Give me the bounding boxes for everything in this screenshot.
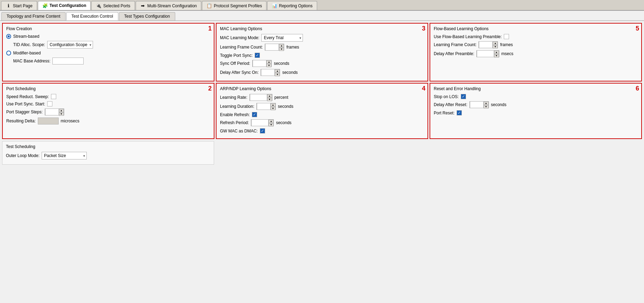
speed-reduct-label: Speed Reduct. Sweep: [6, 94, 49, 99]
sub-tab-test-types[interactable]: Test Types Configuration [119, 12, 175, 20]
sync-off-period-down[interactable]: ▼ [266, 64, 271, 67]
mac-learning-frame-count-up[interactable]: ▲ [279, 44, 284, 47]
delay-after-sync-down[interactable]: ▼ [275, 73, 280, 76]
learning-rate-input[interactable]: 1.00 [250, 94, 267, 101]
port-stagger-up[interactable]: ▲ [59, 109, 64, 112]
delay-after-reset-up[interactable]: ▲ [484, 102, 489, 105]
test-scheduling-title: Test Scheduling [6, 144, 210, 149]
tab-protocol-segment[interactable]: 📋 Protocol Segment Profiles [202, 1, 266, 10]
sync-off-period-up[interactable]: ▲ [266, 60, 271, 64]
mac-learning-frame-count-down[interactable]: ▼ [279, 47, 284, 51]
delay-after-sync-unit: seconds [282, 70, 298, 75]
gw-mac-checkbox[interactable]: ✓ [260, 128, 265, 133]
tid-alloc-value: Configuration Scope [48, 42, 89, 47]
delay-after-reset-down[interactable]: ▼ [484, 105, 489, 109]
tab-reporting-options[interactable]: 📊 Reporting Options [267, 1, 317, 10]
tab-selected-ports[interactable]: 🔌 Selected Ports [91, 1, 135, 10]
delay-after-preamble-input[interactable]: 500 [477, 50, 494, 57]
refresh-period-btns: ▲ ▼ [269, 120, 273, 126]
refresh-period-input[interactable]: 4.00 [251, 119, 269, 126]
modifier-based-radio[interactable] [6, 51, 11, 55]
mac-learning-frame-count-spinner[interactable]: 1 ▲ ▼ [265, 44, 284, 51]
delay-after-preamble-row: Delay After Preamble: 500 ▲ ▼ msecs [434, 50, 638, 57]
flow-learning-frame-count-spinner[interactable]: 1 ▲ ▼ [478, 41, 498, 48]
panel-4-number: 4 [422, 85, 425, 92]
refresh-period-row: Refresh Period: 4.00 ▲ ▼ seconds [220, 119, 424, 126]
refresh-period-down[interactable]: ▼ [269, 123, 273, 127]
tab-selected-ports-label: Selected Ports [103, 3, 130, 8]
panel-1-number: 1 [208, 25, 212, 32]
learning-duration-up[interactable]: ▲ [271, 103, 276, 107]
mac-base-label: MAC Base Address: [13, 59, 50, 63]
learning-duration-down[interactable]: ▼ [271, 107, 276, 110]
use-port-sync-checkbox[interactable] [47, 101, 52, 106]
flow-learning-frame-count-up[interactable]: ▲ [493, 42, 498, 45]
delay-after-preamble-label: Delay After Preamble: [434, 51, 474, 56]
outer-loop-value: Packet Size [43, 153, 83, 158]
port-stagger-row: Port Stagger Steps: 0 ▲ ▼ [6, 109, 210, 115]
tab-test-configuration[interactable]: 🧩 Test Configuration [38, 1, 91, 10]
tab-protocol-segment-label: Protocol Segment Profiles [214, 3, 262, 8]
sync-off-period-input[interactable]: 1 [253, 60, 266, 67]
mac-learning-mode-value: Every Trial [262, 35, 299, 40]
tab-reporting-options-label: Reporting Options [279, 3, 313, 8]
delay-after-reset-input[interactable]: 5 [470, 101, 484, 108]
outer-loop-select[interactable]: Packet Size ▾ [42, 152, 87, 159]
toggle-port-sync-checkbox[interactable]: ✓ [255, 53, 260, 58]
gw-mac-row: GW MAC as DMAC: ✓ [220, 128, 424, 133]
learning-rate-spinner[interactable]: 1.00 ▲ ▼ [249, 94, 272, 101]
port-stagger-label: Port Stagger Steps: [6, 110, 43, 114]
panel-3-number: 3 [422, 25, 425, 32]
delay-after-preamble-up[interactable]: ▲ [494, 51, 499, 54]
learning-rate-up[interactable]: ▲ [267, 94, 272, 98]
enable-refresh-checkbox[interactable]: ✓ [252, 112, 257, 117]
delay-after-sync-up[interactable]: ▲ [275, 69, 280, 73]
refresh-period-up[interactable]: ▲ [269, 120, 273, 123]
speed-reduct-checkbox[interactable] [51, 94, 56, 99]
mac-learning-frame-count-input[interactable]: 1 [265, 44, 279, 51]
flow-learning-frame-count-btns: ▲ ▼ [493, 42, 498, 48]
tab-multi-stream[interactable]: ➡ Multi-Stream Configuration [136, 1, 202, 10]
stop-on-los-checkbox[interactable]: ✓ [461, 94, 466, 99]
learning-rate-down[interactable]: ▼ [267, 98, 272, 101]
port-stagger-spinner[interactable]: 0 ▲ ▼ [45, 109, 64, 115]
flow-learning-frame-count-down[interactable]: ▼ [493, 45, 498, 49]
flow-learning-frame-count-input[interactable]: 1 [479, 41, 493, 48]
port-reset-checkbox[interactable]: ✓ [457, 110, 462, 115]
tab-start-page[interactable]: ℹ Start Page [1, 1, 37, 10]
mac-learning-mode-row: MAC Learning Mode: Every Trial ▾ [220, 34, 424, 42]
delay-after-sync-spinner[interactable]: 1 ▲ ▼ [261, 69, 280, 76]
sync-off-period-label: Sync Off Period: [220, 61, 250, 66]
sync-off-period-row: Sync Off Period: 1 ▲ ▼ seconds [220, 60, 424, 67]
sub-tab-topology[interactable]: Topology and Frame Content [1, 12, 66, 20]
learning-duration-input[interactable]: 5 [257, 103, 271, 110]
delay-after-preamble-spinner[interactable]: 500 ▲ ▼ [476, 50, 499, 57]
panel-5-title: Flow-Based Learning Options [434, 26, 638, 31]
delay-after-reset-unit: seconds [491, 102, 507, 107]
sub-tab-test-execution[interactable]: Test Execution Control [66, 12, 118, 20]
tid-alloc-select[interactable]: Configuration Scope ▾ [47, 41, 93, 49]
panel-6-title: Reset and Error Handling [434, 86, 638, 91]
panel-2-title: Port Scheduling [6, 86, 210, 91]
port-stagger-down[interactable]: ▼ [59, 112, 64, 116]
mac-base-input[interactable]: 04 F4 BC [52, 58, 84, 64]
test-scheduling-section: Test Scheduling Outer Loop Mode: Packet … [2, 141, 214, 165]
sub-tab-bar: Topology and Frame Content Test Executio… [0, 11, 644, 21]
port-stagger-input[interactable]: 0 [45, 109, 59, 115]
learning-rate-row: Learning Rate: 1.00 ▲ ▼ percent [220, 94, 424, 101]
sync-off-period-spinner[interactable]: 1 ▲ ▼ [252, 60, 272, 67]
delay-after-sync-input[interactable]: 1 [261, 69, 275, 76]
gw-mac-label: GW MAC as DMAC: [220, 129, 258, 133]
modifier-based-label: Modifier-based [13, 51, 41, 55]
learning-duration-spinner[interactable]: 5 ▲ ▼ [256, 103, 276, 110]
multi-stream-icon: ➡ [140, 3, 146, 9]
stream-based-radio[interactable] [6, 34, 11, 39]
panel-1-title: Flow Creation [6, 26, 210, 31]
speed-reduct-row: Speed Reduct. Sweep: [6, 94, 210, 99]
stream-based-row: Stream-based [6, 34, 210, 39]
refresh-period-spinner[interactable]: 4.00 ▲ ▼ [251, 119, 274, 126]
delay-after-reset-spinner[interactable]: 5 ▲ ▼ [469, 101, 489, 108]
mac-learning-mode-select[interactable]: Every Trial ▾ [261, 34, 303, 42]
use-flow-checkbox[interactable] [504, 34, 509, 39]
delay-after-preamble-down[interactable]: ▼ [494, 54, 499, 58]
